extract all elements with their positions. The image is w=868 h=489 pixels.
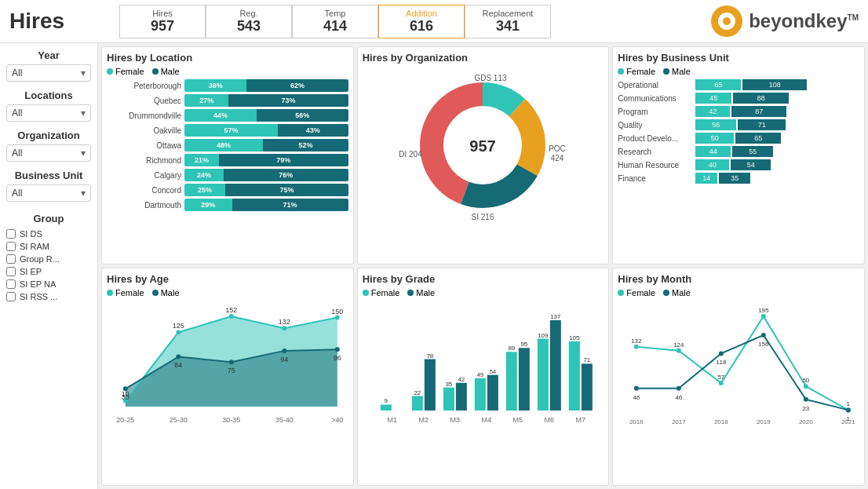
age-x-label: 20-25 [116, 416, 134, 424]
checkbox[interactable] [6, 254, 16, 264]
filter-select[interactable]: All ▾ [6, 144, 91, 162]
grade-bar-male [487, 375, 498, 411]
checkbox[interactable] [6, 242, 16, 251]
filter-select[interactable]: All ▾ [6, 104, 91, 122]
age-val-male: 84 [174, 361, 182, 369]
legend-bu-male: Male [663, 67, 691, 76]
bar-male: 62% [246, 79, 348, 92]
kpi-card-hires: Hires957 [119, 5, 206, 38]
grade-bar-female [474, 378, 485, 411]
bu-bar-female: 65 [695, 79, 741, 90]
main-area: Year All ▾ Locations All ▾ Organization … [0, 43, 868, 489]
svg-text:957: 957 [470, 137, 496, 155]
legend-grade-male: Male [407, 288, 435, 297]
bu-label: Human Resource [618, 161, 692, 170]
legend-bu-female: Female [618, 67, 655, 76]
month-val-female: 1 [847, 400, 851, 407]
location-label: Oakville [107, 126, 181, 135]
grade-bar-female [568, 341, 579, 411]
month-dot-female [761, 314, 766, 319]
filter-select[interactable]: All ▾ [6, 184, 91, 202]
grade-val-male: 71 [583, 356, 590, 363]
bu-row: Program 42 87 [618, 106, 859, 117]
checkbox-item: Group R... [6, 254, 91, 264]
grade-x-label: M2 [418, 416, 429, 424]
age-dot-female [335, 316, 340, 320]
checkbox-item: SI EP [6, 267, 91, 276]
bu-bars: 65 108 [695, 79, 807, 90]
location-bars: 21% 79% [184, 154, 348, 166]
grade-x-label: M4 [481, 416, 491, 424]
location-label: Calgary [107, 171, 181, 180]
bu-row: Quality 56 71 [618, 119, 859, 130]
grade-bar-female [443, 388, 454, 411]
panel-age: Hires by Age Female Male 101251521321503… [101, 268, 354, 486]
month-line-female [636, 316, 848, 410]
location-row: Calgary 24% 76% [107, 169, 348, 181]
kpi-value: 543 [221, 18, 277, 35]
kpi-cards: Hires957Reg.543Temp414Addition616Replace… [119, 5, 711, 38]
age-x-label: 30-35 [222, 416, 240, 424]
month-dot-female [719, 381, 724, 385]
month-val-female: 124 [673, 341, 684, 349]
panel-location-title: Hires by Location [107, 52, 348, 64]
month-dot-male [677, 386, 681, 391]
age-val-female: 150 [331, 308, 343, 316]
bar-female: 29% [184, 199, 232, 211]
bu-bar-male: 108 [742, 79, 807, 90]
bu-chart: Operational 65 108 Communications 45 88 … [618, 79, 859, 184]
donut-chart: 957GDS 113DI 204SI 216POC424 [396, 67, 569, 224]
grade-bar-female [411, 396, 422, 411]
filter-label: Business Unit [6, 170, 91, 181]
donut-container: 957GDS 113DI 204SI 216POC424 [363, 67, 604, 224]
checkbox[interactable] [6, 229, 16, 239]
grade-val-male: 95 [520, 341, 527, 348]
bu-bar-male: 88 [733, 93, 789, 104]
month-dot-male [634, 386, 639, 391]
location-row: Drummondville 44% 56% [107, 109, 348, 122]
age-dot-male [176, 354, 181, 359]
bu-bars: 14 35 [695, 173, 750, 184]
location-bars: 44% 56% [184, 109, 348, 122]
donut-label: GDS 113 [475, 74, 508, 82]
checkbox[interactable] [6, 267, 16, 276]
grade-val-female: 49 [476, 371, 483, 378]
legend-grade-female: Female [363, 288, 400, 297]
grade-bar-male [424, 359, 435, 411]
panel-org-title: Hires by Organization [363, 52, 604, 64]
location-bars: 27% 73% [184, 94, 348, 107]
panel-month: Hires by Month Female Male 1321245719550… [612, 268, 865, 486]
checkbox[interactable] [6, 292, 16, 301]
grade-val-female: 105 [569, 334, 580, 341]
bu-bars: 42 87 [695, 106, 786, 117]
kpi-label: Hires [134, 9, 191, 18]
checkbox-item: SI RAM [6, 242, 91, 251]
donut-segment [461, 164, 538, 208]
bu-row: Finance 14 35 [618, 173, 859, 184]
panel-grade-title: Hires by Grade [363, 273, 604, 285]
svg-point-1 [723, 17, 731, 25]
location-bars: 29% 71% [184, 199, 348, 211]
kpi-card-reg.: Reg.543 [206, 5, 292, 38]
filter-select[interactable]: All ▾ [6, 64, 91, 82]
month-dot-male [719, 351, 724, 356]
age-dot-female [282, 326, 286, 330]
bu-row: Operational 65 108 [618, 79, 859, 90]
checkbox-item: SI RSS ... [6, 292, 91, 301]
location-bars: 38% 62% [184, 79, 348, 92]
checkbox[interactable] [6, 279, 16, 289]
checkbox-label: SI DS [20, 229, 42, 239]
age-dot-female [176, 330, 181, 334]
location-label: Ottawa [107, 141, 181, 150]
kpi-value: 414 [307, 18, 363, 35]
bu-label: Research [618, 148, 692, 156]
month-dot-male [761, 333, 766, 338]
month-dot-male [804, 397, 808, 402]
bar-male: 79% [219, 154, 348, 166]
chevron-down-icon: ▾ [81, 188, 86, 199]
kpi-label: Temp [307, 9, 363, 18]
location-row: Oakville 57% 43% [107, 124, 348, 137]
location-label: Drummondville [107, 111, 181, 120]
legend-age-male: Male [152, 288, 180, 297]
panel-grade: Hires by Grade Female Male 9M12278M23542… [357, 268, 610, 486]
